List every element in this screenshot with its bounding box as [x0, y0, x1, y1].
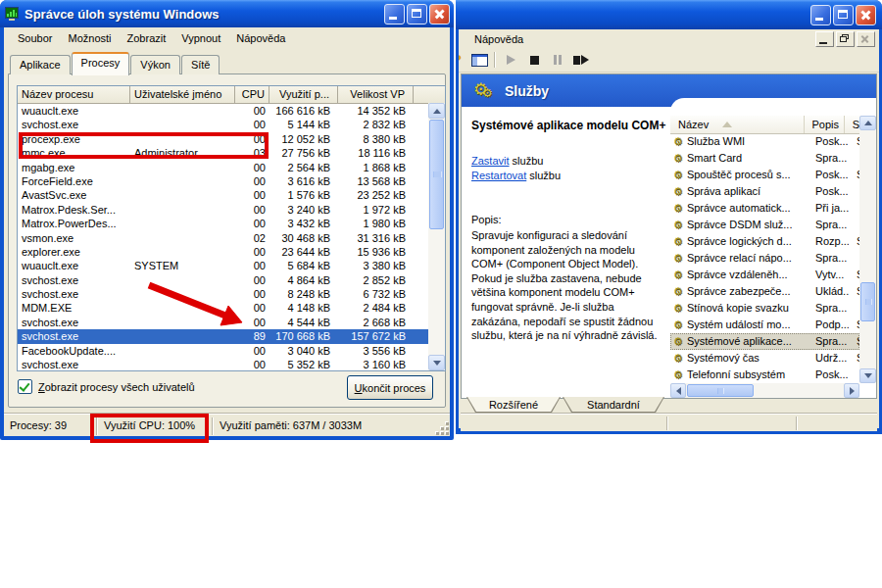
start-service-button[interactable] — [500, 50, 521, 70]
task-manager-titlebar[interactable]: Správce úloh systému Windows — [0, 0, 454, 27]
close-button[interactable] — [429, 4, 450, 24]
resize-grip[interactable] — [436, 422, 449, 435]
service-row[interactable]: ⚙Systém událostí mo...Podp...Sp — [670, 317, 859, 333]
show-all-users-checkbox[interactable] — [18, 379, 32, 394]
column-header-name[interactable]: Název procesu — [18, 86, 130, 103]
cell — [130, 132, 235, 146]
process-row[interactable]: Matrox.PowerDes...003 432 kB1 980 kB — [18, 217, 445, 230]
status-cpu: Využití CPU: 100% — [98, 419, 212, 431]
scroll-down-button[interactable] — [859, 368, 876, 383]
end-process-button[interactable]: Ukončit proces — [347, 375, 433, 400]
scroll-thumb[interactable] — [429, 120, 444, 229]
column-header-stav[interactable]: S — [845, 116, 859, 133]
tab-rozsirene[interactable]: Rozšířené — [466, 397, 561, 413]
process-list-scrollbar[interactable] — [428, 103, 445, 370]
close-button[interactable] — [856, 5, 876, 25]
restart-service-link[interactable]: Restartovat — [471, 170, 526, 181]
service-row[interactable]: ⚙Správce relací nápo...Spra... — [670, 250, 859, 267]
pause-service-button[interactable] — [547, 50, 568, 70]
menu-napoveda[interactable]: Nápověda — [466, 31, 531, 47]
process-row[interactable]: MDM.EXE004 148 kB2 484 kB — [18, 301, 445, 315]
scroll-right-button[interactable] — [844, 383, 859, 398]
menu-vypnout[interactable]: Vypnout — [173, 30, 228, 46]
process-row[interactable]: wuauclt.exe00166 616 kB14 352 kB — [18, 104, 445, 118]
process-row[interactable]: svchost.exe005 352 kB3 160 kB — [18, 358, 445, 371]
tab-aplikace[interactable]: Aplikace — [10, 55, 71, 74]
process-row[interactable]: Matrox.Pdesk.Ser...003 240 kB1 972 kB — [18, 203, 445, 217]
minimize-button[interactable] — [810, 5, 831, 25]
service-row[interactable]: ⚙Systémový časUdrž...Sp — [670, 350, 859, 367]
mdi-restore-button[interactable] — [836, 31, 855, 47]
service-row[interactable]: ⚙Správce vzdáleněh...Vytv...Sp — [670, 267, 859, 283]
mdi-close-button[interactable] — [857, 31, 875, 47]
service-row[interactable]: ⚙Správa aplikacíPosk... — [670, 183, 859, 200]
services-horizontal-scrollbar[interactable] — [670, 383, 859, 398]
process-row[interactable]: svchost.exe004 544 kB2 668 kB — [18, 316, 445, 329]
restart-service-button[interactable] — [570, 50, 592, 70]
service-row[interactable]: ⚙Spouštěč procesů s...Posk...Sp — [670, 167, 859, 183]
service-row[interactable]: ⚙Systémové aplikace...Spra...Sp — [670, 333, 859, 350]
tab-site[interactable]: Sítě — [181, 55, 220, 74]
process-row[interactable]: mgabg.exe002 564 kB1 868 kB — [18, 161, 445, 174]
service-row[interactable]: ⚙Správce logických d...Rozp...Sp — [670, 233, 859, 250]
tab-procesy[interactable]: Procesy — [72, 52, 130, 75]
service-row[interactable]: ⚙Stínová kopie svazkuSpra... — [670, 300, 859, 317]
minimize-button[interactable] — [384, 4, 405, 24]
scroll-thumb[interactable] — [687, 384, 754, 397]
console-tree-button[interactable] — [468, 50, 490, 70]
maximize-button[interactable] — [407, 4, 427, 24]
service-detail-pane: Systémové aplikace modelu COM+ Zastavit … — [462, 107, 669, 398]
scroll-up-button[interactable] — [859, 116, 876, 130]
cell: 00 — [235, 259, 270, 272]
process-row[interactable]: AvastSvc.exe001 576 kB23 252 kB — [18, 188, 445, 202]
process-row[interactable]: ForceField.exe003 616 kB13 568 kB — [18, 174, 445, 188]
process-row[interactable]: mmc.exeAdministrator0327 756 kB18 116 kB — [18, 146, 445, 160]
status-bar: Procesy: 39 Využití CPU: 100% Využití pa… — [4, 414, 450, 436]
menu-napoveda[interactable]: Nápověda — [228, 30, 293, 46]
scroll-up-button[interactable] — [428, 103, 445, 119]
menu-bar: Nápověda — [459, 29, 879, 49]
tab-standardni[interactable]: Standardní — [563, 397, 664, 413]
services-titlebar[interactable] — [456, 0, 882, 29]
menu-soubor[interactable]: Soubor — [10, 30, 60, 46]
process-row[interactable]: svchost.exe005 144 kB2 832 kB — [18, 118, 445, 131]
cell-name: ⚙Smart Card — [670, 150, 808, 167]
process-row[interactable]: svchost.exe89170 668 kB157 672 kB — [18, 329, 445, 343]
scroll-left-button[interactable] — [670, 383, 686, 398]
column-header-cpu[interactable]: CPU — [235, 86, 270, 103]
tab-vykon[interactable]: Výkon — [130, 55, 180, 74]
help-icon[interactable]: ? — [459, 51, 467, 69]
services-vertical-scrollbar[interactable] — [859, 116, 876, 383]
process-row[interactable]: svchost.exe004 864 kB2 852 kB — [18, 273, 445, 287]
process-row[interactable]: svchost.exe008 248 kB6 732 kB — [18, 287, 445, 301]
cell-popis: Rozp... — [808, 233, 849, 250]
stop-service-button[interactable] — [523, 50, 545, 70]
column-header-user[interactable]: Uživatelské jméno — [130, 86, 235, 103]
cell: 15 936 kB — [338, 245, 414, 259]
scroll-down-button[interactable] — [428, 355, 445, 370]
column-header-popis[interactable]: Popis — [805, 116, 845, 133]
service-row[interactable]: ⚙Smart CardSpra... — [670, 150, 859, 167]
column-header-vm[interactable]: Velikost VP — [338, 86, 414, 103]
cell-popis: Posk... — [808, 167, 849, 183]
process-row[interactable]: wuauclt.exeSYSTEM005 684 kB3 380 kB — [18, 259, 445, 272]
process-row[interactable]: FacebookUpdate....003 040 kB3 556 kB — [18, 344, 445, 358]
process-row[interactable]: vsmon.exe0230 468 kB31 316 kB — [18, 231, 445, 245]
mdi-minimize-button[interactable] — [815, 31, 834, 47]
menu-zobrazit[interactable]: Zobrazit — [120, 30, 174, 46]
column-header-mem[interactable]: Využití p... — [270, 86, 338, 103]
maximize-button[interactable] — [833, 5, 854, 25]
scroll-thumb[interactable] — [860, 282, 875, 321]
service-row[interactable]: ⚙Služba WMIPosk...Sp — [670, 133, 859, 150]
service-row[interactable]: ⚙Správce zabezpeče...Uklád...Sp — [670, 283, 859, 300]
process-row[interactable]: procexp.exe0012 052 kB8 380 kB — [18, 132, 445, 146]
column-header-nazev[interactable]: Název — [670, 116, 805, 133]
service-row[interactable]: ⚙Správce automatick...Při ja... — [670, 200, 859, 217]
menu-moznosti[interactable]: Možnosti — [60, 30, 119, 46]
cell-stav: Sp — [849, 167, 859, 183]
service-row[interactable]: ⚙Správce DSDM služ...Spra... — [670, 217, 859, 233]
cell-name: ⚙Správce zabezpeče... — [670, 283, 808, 300]
process-row[interactable]: explorer.exe0023 644 kB15 936 kB — [18, 245, 445, 259]
service-row[interactable]: ⚙Telefonní subsystémPosk... — [670, 367, 859, 383]
stop-service-link[interactable]: Zastavit — [471, 155, 510, 167]
